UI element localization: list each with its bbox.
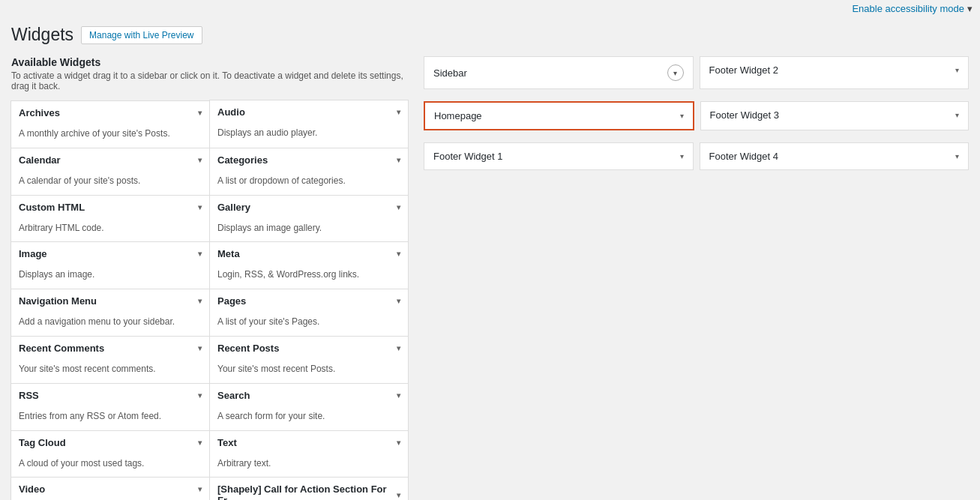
- area-footer-widget-3-label: Footer Widget 3: [710, 109, 780, 121]
- widget-gallery-label: Gallery: [217, 202, 250, 213]
- widget-pages-desc: A list of your site's Pages.: [210, 313, 408, 336]
- widget-archives[interactable]: Archives ▾ A monthly archive of your sit…: [10, 100, 210, 148]
- area-footer-widget-2-label: Footer Widget 2: [709, 64, 779, 76]
- widget-gallery-chevron: ▾: [397, 203, 400, 211]
- manage-live-preview-button[interactable]: Manage with Live Preview: [81, 26, 202, 44]
- widget-categories[interactable]: Categories ▾ A list or dropdown of categ…: [209, 148, 409, 196]
- available-widgets-heading: Available Widgets: [11, 56, 409, 68]
- widget-archives-header[interactable]: Archives ▾: [11, 101, 209, 124]
- area-footer-widget-2-header[interactable]: Footer Widget 2 ▾: [700, 57, 969, 83]
- widget-meta-chevron: ▾: [397, 250, 400, 258]
- widget-image[interactable]: Image ▾ Displays an image.: [10, 241, 210, 289]
- area-sidebar-header[interactable]: Sidebar ▾: [424, 57, 693, 88]
- widget-tag-cloud[interactable]: Tag Cloud ▾ A cloud of your most used ta…: [10, 430, 210, 478]
- widget-search-label: Search: [217, 390, 250, 401]
- widget-audio-desc: Displays an audio player.: [210, 124, 408, 147]
- widget-audio-header[interactable]: Audio ▾: [210, 100, 408, 124]
- widget-rss[interactable]: RSS ▾ Entries from any RSS or Atom feed.: [10, 383, 210, 431]
- widget-text-header[interactable]: Text ▾: [210, 431, 408, 454]
- area-footer-widget-3-header[interactable]: Footer Widget 3 ▾: [701, 102, 969, 128]
- widget-image-header[interactable]: Image ▾: [11, 242, 209, 265]
- widget-search-chevron: ▾: [397, 391, 400, 400]
- area-footer-widget-4[interactable]: Footer Widget 4 ▾: [700, 142, 970, 170]
- widget-custom-html-label: Custom HTML: [19, 202, 85, 213]
- widget-calendar-header[interactable]: Calendar ▾: [11, 148, 209, 172]
- widget-custom-html-desc: Arbitrary HTML code.: [11, 219, 209, 242]
- widget-video-header[interactable]: Video ▾: [11, 478, 209, 500]
- widget-custom-html-header[interactable]: Custom HTML ▾: [11, 196, 209, 219]
- widget-rss-header[interactable]: RSS ▾: [11, 384, 209, 407]
- widget-video[interactable]: Video ▾: [10, 477, 210, 500]
- area-footer-widget-1-header[interactable]: Footer Widget 1 ▾: [424, 143, 693, 169]
- widget-text[interactable]: Text ▾ Arbitrary text.: [209, 430, 409, 478]
- widget-recent-comments[interactable]: Recent Comments ▾ Your site's most recen…: [10, 336, 210, 384]
- area-footer-widget-1[interactable]: Footer Widget 1 ▾: [424, 142, 694, 170]
- widget-categories-desc: A list or dropdown of categories.: [210, 172, 408, 195]
- area-homepage-chevron: ▾: [680, 112, 684, 120]
- widget-meta-label: Meta: [217, 248, 240, 259]
- widget-recent-comments-chevron: ▾: [198, 344, 202, 352]
- widget-pages-header[interactable]: Pages ▾: [210, 289, 408, 313]
- widget-tag-cloud-header[interactable]: Tag Cloud ▾: [11, 431, 209, 454]
- widget-custom-html[interactable]: Custom HTML ▾ Arbitrary HTML code.: [10, 195, 210, 243]
- widget-pages-label: Pages: [217, 295, 246, 307]
- widget-recent-posts-desc: Your site's most recent Posts.: [210, 360, 408, 383]
- widget-pages-chevron: ▾: [397, 297, 400, 305]
- widget-shapely-cta-chevron: ▾: [397, 491, 400, 499]
- widget-tag-cloud-label: Tag Cloud: [19, 437, 66, 448]
- area-footer-widget-1-chevron: ▾: [680, 152, 684, 160]
- widget-navigation-menu[interactable]: Navigation Menu ▾ Add a navigation menu …: [10, 289, 210, 337]
- widget-meta-header[interactable]: Meta ▾: [210, 242, 408, 265]
- area-sidebar-circle-chevron[interactable]: ▾: [667, 64, 684, 81]
- widget-calendar[interactable]: Calendar ▾ A calendar of your site's pos…: [10, 148, 210, 196]
- area-footer-widget-4-header[interactable]: Footer Widget 4 ▾: [700, 143, 969, 169]
- widget-rss-chevron: ▾: [198, 391, 202, 400]
- widget-text-desc: Arbitrary text.: [210, 454, 408, 478]
- page-title: Widgets: [11, 25, 73, 45]
- widget-calendar-label: Calendar: [19, 154, 61, 166]
- sidebar-areas-panel: Sidebar ▾ Footer Widget 2 ▾ Homepage ▾: [424, 56, 969, 500]
- widget-categories-header[interactable]: Categories ▾: [210, 148, 408, 172]
- top-bar-chevron: ▾: [967, 3, 973, 14]
- widget-gallery-header[interactable]: Gallery ▾: [210, 196, 408, 219]
- widget-gallery-desc: Displays an image gallery.: [210, 219, 408, 242]
- top-bar: Enable accessibility mode ▾: [0, 0, 980, 17]
- widget-recent-posts[interactable]: Recent Posts ▾ Your site's most recent P…: [209, 336, 409, 384]
- widget-meta[interactable]: Meta ▾ Login, RSS, & WordPress.org links…: [209, 241, 409, 289]
- area-footer-widget-3[interactable]: Footer Widget 3 ▾: [700, 101, 970, 130]
- area-homepage-header[interactable]: Homepage ▾: [425, 103, 693, 129]
- widget-categories-label: Categories: [217, 154, 268, 166]
- widget-gallery[interactable]: Gallery ▾ Displays an image gallery.: [209, 195, 409, 243]
- widget-pages[interactable]: Pages ▾ A list of your site's Pages.: [209, 289, 409, 337]
- widget-image-chevron: ▾: [198, 250, 202, 258]
- widget-recent-posts-chevron: ▾: [397, 344, 400, 352]
- area-homepage-label: Homepage: [434, 110, 482, 121]
- widget-rss-label: RSS: [19, 390, 39, 401]
- widget-search[interactable]: Search ▾ A search form for your site.: [209, 383, 409, 431]
- widget-audio[interactable]: Audio ▾ Displays an audio player.: [209, 100, 409, 148]
- widget-recent-comments-label: Recent Comments: [19, 343, 104, 354]
- widget-custom-html-chevron: ▾: [198, 203, 202, 211]
- area-footer-widget-3-chevron: ▾: [955, 111, 959, 119]
- widget-shapely-cta[interactable]: [Shapely] Call for Action Section For Fr…: [209, 477, 409, 500]
- widget-grid: Archives ▾ A monthly archive of your sit…: [11, 100, 409, 500]
- accessibility-link[interactable]: Enable accessibility mode: [852, 3, 964, 14]
- widget-archives-desc: A monthly archive of your site's Posts.: [11, 124, 209, 148]
- available-widgets-panel: Available Widgets To activate a widget d…: [11, 56, 409, 500]
- widget-audio-label: Audio: [217, 106, 245, 118]
- widget-tag-cloud-desc: A cloud of your most used tags.: [11, 454, 209, 478]
- widget-text-label: Text: [217, 437, 237, 448]
- widget-shapely-cta-header[interactable]: [Shapely] Call for Action Section For Fr…: [210, 478, 408, 500]
- area-footer-widget-2[interactable]: Footer Widget 2 ▾: [700, 56, 970, 89]
- widget-recent-comments-header[interactable]: Recent Comments ▾: [11, 337, 209, 360]
- widget-search-desc: A search form for your site.: [210, 407, 408, 430]
- widget-categories-chevron: ▾: [397, 156, 400, 164]
- area-sidebar[interactable]: Sidebar ▾: [424, 56, 694, 89]
- widget-search-header[interactable]: Search ▾: [210, 384, 408, 407]
- area-footer-widget-1-label: Footer Widget 1: [433, 151, 503, 162]
- widget-video-label: Video: [19, 484, 45, 495]
- area-homepage[interactable]: Homepage ▾: [424, 101, 694, 130]
- widget-navigation-menu-header[interactable]: Navigation Menu ▾: [11, 289, 209, 313]
- widget-recent-posts-header[interactable]: Recent Posts ▾: [210, 337, 408, 360]
- widget-image-label: Image: [19, 248, 47, 259]
